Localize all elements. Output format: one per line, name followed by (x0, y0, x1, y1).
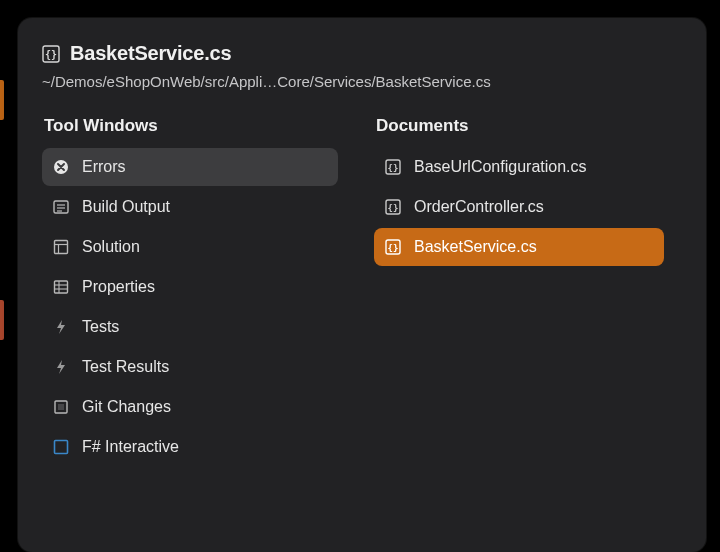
tool-window-test-results[interactable]: Test Results (42, 348, 338, 386)
tool-window-fsharp-interactive[interactable]: F# Interactive (42, 428, 338, 466)
header: {} BasketService.cs (42, 42, 686, 65)
document-item[interactable]: {} BaseUrlConfiguration.cs (374, 148, 664, 186)
fsharp-icon (52, 438, 70, 456)
item-label: Test Results (82, 358, 169, 376)
columns: Tool Windows Errors Build Output Solutio… (42, 116, 686, 468)
document-item[interactable]: {} OrderController.cs (374, 188, 664, 226)
item-label: F# Interactive (82, 438, 179, 456)
tool-windows-title: Tool Windows (42, 116, 338, 136)
cs-file-icon: {} (384, 238, 402, 256)
output-icon (52, 198, 70, 216)
file-title: BasketService.cs (70, 42, 231, 65)
tool-window-solution[interactable]: Solution (42, 228, 338, 266)
cs-file-icon: {} (384, 198, 402, 216)
tool-windows-column: Tool Windows Errors Build Output Solutio… (42, 116, 338, 468)
svg-rect-7 (55, 241, 68, 254)
svg-text:{}: {} (388, 163, 399, 173)
item-label: Solution (82, 238, 140, 256)
item-label: OrderController.cs (414, 198, 544, 216)
item-label: Errors (82, 158, 126, 176)
switcher-popup: {} BasketService.cs ~/Demos/eShopOnWeb/s… (18, 18, 706, 552)
tool-window-tests[interactable]: Tests (42, 308, 338, 346)
properties-icon (52, 278, 70, 296)
git-icon (52, 398, 70, 416)
tool-window-build-output[interactable]: Build Output (42, 188, 338, 226)
documents-title: Documents (374, 116, 664, 136)
bolt-icon (52, 358, 70, 376)
file-path: ~/Demos/eShopOnWeb/src/Appli…Core/Servic… (42, 73, 686, 90)
tool-window-git-changes[interactable]: Git Changes (42, 388, 338, 426)
svg-text:{}: {} (388, 203, 399, 213)
svg-text:{}: {} (388, 243, 399, 253)
item-label: Build Output (82, 198, 170, 216)
svg-rect-10 (55, 281, 68, 293)
cs-file-icon: {} (42, 45, 60, 63)
item-label: BaseUrlConfiguration.cs (414, 158, 587, 176)
svg-rect-15 (58, 404, 64, 410)
item-label: BasketService.cs (414, 238, 537, 256)
tool-window-properties[interactable]: Properties (42, 268, 338, 306)
svg-rect-16 (55, 441, 68, 454)
solution-icon (52, 238, 70, 256)
bolt-icon (52, 318, 70, 336)
tool-window-errors[interactable]: Errors (42, 148, 338, 186)
error-circle-icon (52, 158, 70, 176)
document-item-selected[interactable]: {} BasketService.cs (374, 228, 664, 266)
item-label: Properties (82, 278, 155, 296)
documents-column: Documents {} BaseUrlConfiguration.cs {} … (374, 116, 664, 468)
svg-text:{}: {} (45, 49, 57, 60)
item-label: Git Changes (82, 398, 171, 416)
cs-file-icon: {} (384, 158, 402, 176)
item-label: Tests (82, 318, 119, 336)
